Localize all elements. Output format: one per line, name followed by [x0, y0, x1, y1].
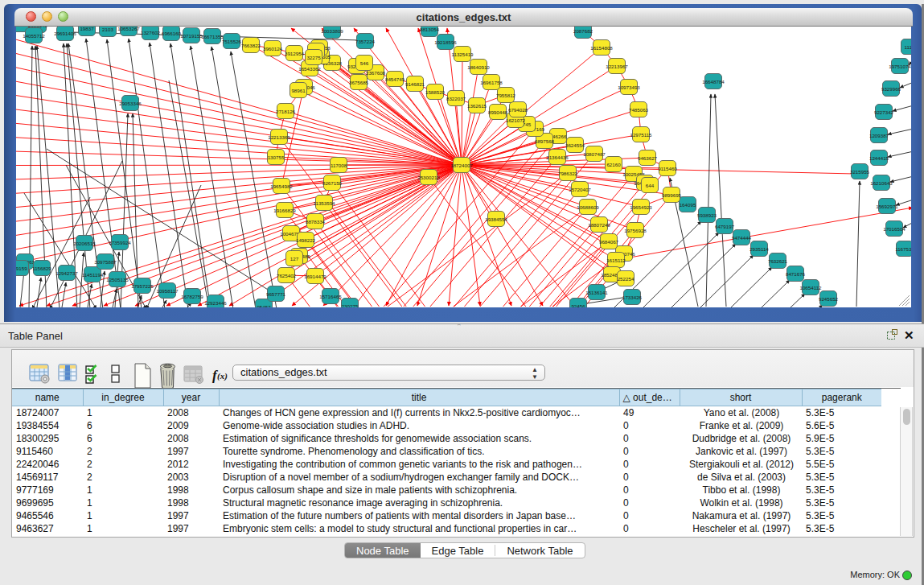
svg-text:1498222: 1498222 [296, 237, 316, 243]
svg-text:7986322: 7986322 [558, 171, 578, 176]
svg-text:16543362: 16543362 [298, 66, 321, 72]
svg-text:29053346: 29053346 [119, 101, 142, 106]
svg-text:15720407: 15720407 [569, 187, 591, 192]
svg-text:17359924: 17359924 [109, 240, 131, 245]
svg-text:1362615: 1362615 [467, 103, 487, 109]
svg-text:10654112: 10654112 [799, 285, 822, 290]
svg-text:1112: 1112 [905, 44, 911, 50]
svg-text:6794028: 6794028 [508, 107, 528, 113]
svg-text:19384554: 19384554 [485, 216, 507, 222]
svg-text:9684067: 9684067 [599, 239, 619, 245]
svg-text:16782759: 16782759 [181, 294, 203, 299]
svg-text:11451194: 11451194 [82, 272, 104, 278]
svg-text:10973493: 10973493 [618, 84, 640, 90]
svg-text:7485063: 7485063 [629, 107, 649, 113]
svg-text:95457: 95457 [257, 304, 271, 308]
svg-text:7357224: 7357224 [355, 39, 376, 44]
svg-text:9227342: 9227342 [874, 109, 894, 115]
svg-text:127: 127 [290, 256, 299, 262]
svg-text:8471676: 8471676 [786, 271, 806, 277]
svg-text:3675685: 3675685 [349, 80, 369, 85]
svg-text:130755: 130755 [268, 154, 285, 160]
svg-text:8267150: 8267150 [322, 180, 343, 186]
svg-text:14055712: 14055712 [23, 33, 45, 39]
svg-text:8454749: 8454749 [385, 76, 405, 82]
svg-text:8813054: 8813054 [420, 27, 440, 32]
svg-text:3912954: 3912954 [285, 51, 305, 56]
svg-text:10033809: 10033809 [321, 28, 343, 34]
svg-text:10653267: 10653267 [117, 27, 140, 31]
svg-text:3624554: 3624554 [565, 142, 585, 148]
svg-text:19654923: 19654923 [630, 204, 652, 210]
svg-text:15692971: 15692971 [876, 204, 898, 209]
svg-text:1621072: 1621072 [506, 117, 526, 123]
svg-text:16210643: 16210643 [870, 180, 893, 186]
svg-text:62160: 62160 [606, 162, 621, 167]
svg-text:1733426: 1733426 [622, 295, 643, 300]
svg-text:18724007: 18724007 [450, 163, 473, 168]
svg-text:6479197: 6479197 [715, 224, 735, 229]
svg-text:19166829: 19166829 [273, 208, 296, 213]
svg-text:546: 546 [360, 60, 369, 66]
svg-text:10719155: 10719155 [180, 33, 203, 39]
svg-text:8322037: 8322037 [446, 96, 466, 101]
svg-text:21364436: 21364436 [546, 154, 569, 160]
svg-text:11325419: 11325419 [451, 51, 474, 57]
svg-text:9657771: 9657771 [266, 291, 286, 297]
svg-text:16671355: 16671355 [201, 34, 224, 39]
svg-text:92456: 92456 [571, 303, 585, 308]
svg-text:29691406: 29691406 [54, 31, 76, 36]
svg-text:1156829: 1156829 [32, 266, 51, 271]
svg-text:10807487: 10807487 [583, 151, 606, 157]
svg-text:10688609: 10688609 [577, 204, 599, 210]
svg-text:9115460: 9115460 [658, 166, 677, 171]
svg-text:1244415: 1244415 [869, 155, 889, 161]
svg-text:19751074: 19751074 [889, 64, 911, 69]
svg-text:6897568: 6897568 [535, 138, 555, 144]
svg-text:7663822: 7663822 [241, 43, 261, 48]
svg-text:16914479: 16914479 [304, 274, 326, 279]
svg-text:7632621: 7632621 [768, 258, 788, 264]
svg-text:1588520: 1588520 [425, 89, 446, 95]
svg-text:3960124: 3960124 [263, 46, 283, 51]
svg-text:164095: 164095 [680, 202, 696, 208]
svg-text:11353594: 11353594 [313, 200, 335, 206]
svg-text:19218596: 19218596 [434, 39, 457, 45]
svg-text:7625402: 7625402 [277, 273, 297, 278]
svg-text:230275: 230275 [342, 303, 359, 308]
svg-text:12923446: 12923446 [204, 300, 227, 306]
svg-text:8990448: 8990448 [488, 109, 508, 115]
svg-text:39159: 39159 [16, 266, 27, 271]
svg-text:16154808: 16154808 [590, 45, 613, 51]
svg-text:2718126: 2718126 [276, 109, 296, 114]
svg-text:18807249: 18807249 [588, 222, 610, 228]
svg-text:98961: 98961 [291, 88, 306, 93]
svg-text:2935114: 2935114 [749, 246, 769, 252]
svg-text:9474444: 9474444 [732, 235, 752, 241]
svg-text:17957225: 17957225 [131, 283, 154, 289]
svg-text:10958117: 10958117 [156, 288, 179, 294]
svg-text:12505135: 12505135 [106, 277, 129, 282]
svg-text:9463627: 9463627 [638, 155, 658, 161]
svg-text:(x): (x) [217, 371, 228, 381]
svg-text:2087682: 2087682 [573, 28, 593, 34]
svg-text:15136141: 15136141 [585, 290, 608, 295]
svg-text:19837: 19837 [80, 27, 94, 31]
svg-text:1167533: 1167533 [895, 246, 911, 252]
svg-text:12213967: 12213967 [606, 64, 628, 69]
svg-text:7515526: 7515526 [222, 39, 242, 44]
svg-text:2103: 2103 [102, 27, 113, 32]
svg-text:9899695: 9899695 [662, 192, 682, 198]
svg-text:7955812: 7955812 [496, 93, 516, 98]
svg-text:8878334: 8878334 [306, 219, 326, 225]
svg-text:644: 644 [646, 183, 655, 188]
svg-text:17016504: 17016504 [883, 226, 906, 232]
svg-text:9146821: 9146821 [405, 81, 425, 87]
svg-text:20206515: 20206515 [73, 241, 96, 246]
svg-text:5938923: 5938923 [697, 212, 717, 218]
svg-text:9329966: 9329966 [881, 86, 901, 92]
svg-text:1209387: 1209387 [869, 133, 889, 138]
svg-text:12942737: 12942737 [55, 270, 78, 276]
svg-text:16648784: 16648784 [702, 79, 725, 84]
svg-text:6966160: 6966160 [162, 31, 182, 36]
